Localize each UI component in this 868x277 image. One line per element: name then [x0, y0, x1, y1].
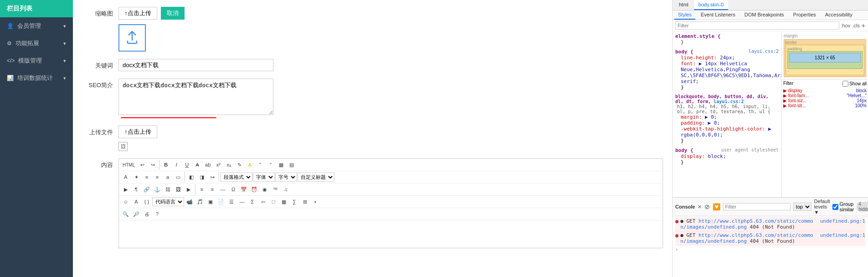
quote-open-btn[interactable]: " — [255, 160, 265, 170]
font-a-btn[interactable]: A — [121, 172, 131, 182]
console-top-select[interactable]: top — [793, 203, 812, 211]
color2-btn[interactable]: A — [131, 197, 141, 207]
upload-file-button[interactable]: ↑点击上传 — [118, 125, 157, 138]
devtools-filter-input[interactable] — [675, 21, 839, 30]
group-similar-checkbox[interactable] — [832, 204, 838, 210]
underline-btn[interactable]: U — [182, 160, 192, 170]
box-btn[interactable]: □ — [268, 197, 278, 207]
quote-close-btn[interactable]: " — [266, 160, 276, 170]
image-btn[interactable]: 🖼 — [173, 184, 183, 194]
link-btn[interactable]: 🔗 — [142, 184, 152, 194]
list-btn[interactable]: ☰ — [226, 197, 236, 207]
unlink-btn[interactable]: ⛓ — [163, 184, 173, 194]
color-btn[interactable]: A — [245, 160, 255, 170]
strikethrough-btn[interactable]: A — [192, 160, 202, 170]
smileys-btn[interactable]: ☺ — [121, 197, 131, 207]
styles-tab[interactable]: Styles — [674, 10, 695, 20]
arrows-btn[interactable]: ⇦ — [258, 197, 268, 207]
widget-btn[interactable]: ▣ — [205, 197, 216, 207]
event-listeners-tab[interactable]: Event Listeners — [697, 10, 739, 20]
date-btn[interactable]: 📅 — [239, 184, 249, 194]
alpha-btn[interactable]: a — [163, 172, 173, 182]
body-skin-tab[interactable]: body.skin-0 — [694, 0, 728, 10]
pencil-btn[interactable]: ✎ — [234, 160, 244, 170]
sidebar-item-template[interactable]: </> 模版管理 ▾ — [0, 52, 73, 69]
print-btn[interactable]: 🖨 — [142, 209, 152, 219]
align-r-btn[interactable]: ≡ — [207, 184, 217, 194]
console-toolbar-icon-filter[interactable]: 🔽 — [713, 203, 720, 210]
template-btn[interactable]: 📄 — [216, 197, 226, 207]
sidebar-item-training[interactable]: 📊 培训数据统计 ▾ — [0, 69, 73, 87]
table2-btn[interactable]: ▦ — [279, 197, 289, 207]
align-left-btn[interactable]: ◧ — [186, 172, 196, 182]
search-btn[interactable]: 🔎 — [131, 209, 141, 219]
video-btn[interactable]: 📹 — [185, 197, 195, 207]
table-btn[interactable]: ▦ — [276, 160, 286, 170]
sub-btn[interactable]: x₂ — [224, 160, 234, 170]
sep3 — [219, 172, 219, 182]
extra2-btn[interactable]: ▪ — [310, 197, 320, 207]
font-select[interactable]: 字体 — [253, 172, 275, 182]
dash-btn[interactable]: — — [237, 197, 247, 207]
dom-breakpoints-tab[interactable]: DOM Breakpoints — [741, 10, 788, 20]
upload-button[interactable]: ↑点击上传 — [118, 7, 157, 20]
fmt-btn[interactable]: ¶ — [131, 184, 141, 194]
audio-btn[interactable]: 🎵 — [195, 197, 205, 207]
layui-link1[interactable]: layui.css:2 — [714, 99, 744, 104]
abbr-btn[interactable]: ab — [203, 160, 213, 170]
html-tab[interactable]: html — [674, 0, 693, 10]
block-btn[interactable]: ▭ — [173, 172, 183, 182]
console-close-btn[interactable]: × — [698, 203, 701, 210]
sup-btn[interactable]: x² — [213, 160, 223, 170]
preview-btn[interactable]: ▶ — [121, 184, 131, 194]
extra-btn[interactable]: ♫ — [281, 184, 291, 194]
show-all-checkbox[interactable] — [842, 81, 848, 87]
html-mode-btn[interactable]: HTML — [121, 160, 137, 170]
align-c-btn[interactable]: ≡ — [197, 184, 207, 194]
align-right-btn[interactable]: ◨ — [197, 172, 207, 182]
ul-btn[interactable]: ≡ — [152, 172, 162, 182]
console-levels[interactable]: Default levels ▼ — [814, 199, 830, 215]
editor-toolbar-row4: ☺ A { } 代码语言 📹 🎵 ▣ 📄 ☰ — Σ ⇦ □ ▦ — [119, 196, 663, 208]
lang-select[interactable]: 代码语言 — [152, 197, 184, 206]
cls-label[interactable]: .cls — [852, 23, 860, 28]
bold-btn[interactable]: B — [161, 160, 171, 170]
sidebar-item-feature[interactable]: ⚙ 功能拓展 ▾ — [0, 35, 73, 52]
formula-btn[interactable]: ∑ — [289, 197, 299, 207]
char-btn[interactable]: Ω — [228, 184, 238, 194]
anchor-btn[interactable]: ⚓ — [152, 184, 162, 194]
cancel-button[interactable]: 取消 — [161, 7, 185, 20]
style-btn[interactable]: ✦ — [131, 172, 141, 182]
media-btn[interactable]: ▶ — [184, 184, 194, 194]
sidebar-item-member[interactable]: 👤 会员管理 ▾ — [0, 17, 73, 35]
seo-input[interactable]: docx文档下载docx文档下载docx文档下载 — [118, 78, 273, 115]
add-style-btn[interactable]: + — [862, 22, 865, 29]
fontsize-select[interactable]: 字号 — [275, 172, 297, 182]
zoom-btn[interactable]: 🔍 — [121, 209, 131, 219]
redo-btn[interactable]: ↪ — [148, 160, 158, 170]
symbol-btn[interactable]: Σ — [247, 197, 257, 207]
time-btn[interactable]: ⏰ — [249, 184, 259, 194]
console-filter-input[interactable] — [723, 203, 791, 210]
misc-btn[interactable]: ⊞ — [300, 197, 310, 207]
accessibility-tab[interactable]: Accessibility — [822, 10, 856, 20]
ol-btn[interactable]: ≡ — [142, 172, 152, 182]
sym-btn[interactable]: ◉ — [260, 184, 270, 194]
heading-select[interactable]: 自定义标题 — [298, 172, 334, 182]
undo-btn[interactable]: ↩ — [137, 160, 147, 170]
hr-btn[interactable]: — — [218, 184, 228, 194]
hov-label[interactable]: :hov — [841, 23, 851, 28]
tm-btn[interactable]: ™ — [270, 184, 280, 194]
layout-btn[interactable]: ▤ — [287, 160, 297, 170]
paragraph-select[interactable]: 段落格式 — [221, 172, 252, 182]
console-toolbar-icon-circle[interactable]: ⊘ — [704, 203, 710, 210]
italic-btn[interactable]: I — [171, 160, 181, 170]
style-rule-blockquote: blockquote, body, button, dd, div, dl, d… — [675, 94, 779, 144]
body-source1[interactable]: layui.css:2 — [749, 49, 779, 55]
indent-btn[interactable]: ↦ — [207, 172, 217, 182]
editor-body[interactable] — [119, 220, 663, 248]
properties-tab[interactable]: Properties — [790, 10, 820, 20]
keyword-input[interactable] — [118, 59, 273, 71]
code-btn[interactable]: { } — [142, 197, 152, 207]
help-btn[interactable]: ? — [152, 209, 162, 219]
